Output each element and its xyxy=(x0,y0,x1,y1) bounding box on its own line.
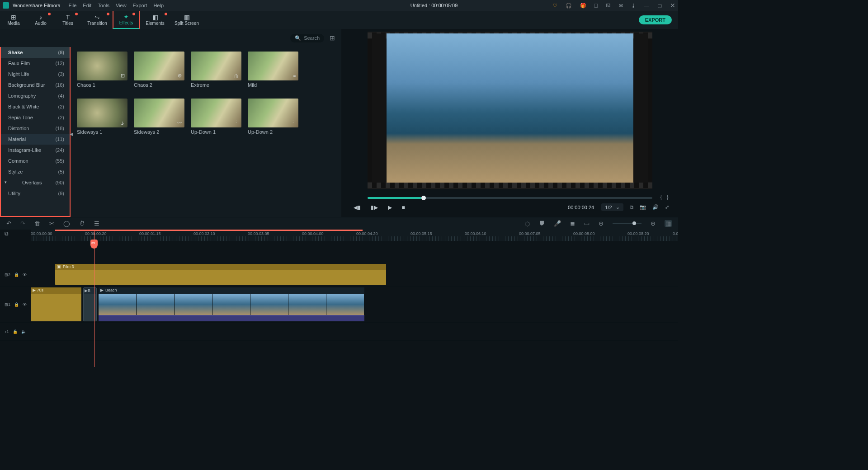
zoom-in-button[interactable]: ⊕ xyxy=(651,220,656,227)
delete-button[interactable]: 🗑 xyxy=(34,220,40,227)
tab-elements[interactable]: ◧Elements xyxy=(139,11,171,29)
effect-clip[interactable]: ▣Film 3 xyxy=(55,264,386,285)
category-item[interactable]: Lomography(4) xyxy=(1,90,70,101)
category-item[interactable]: Night Life(3) xyxy=(1,69,70,80)
video-clip-70s[interactable]: ▶ 70s xyxy=(31,287,81,321)
preview-progress[interactable]: { } xyxy=(368,197,652,199)
next-frame-button[interactable]: ▮▶ xyxy=(371,204,378,211)
visibility-icon[interactable]: 👁 xyxy=(23,302,27,307)
menu-file[interactable]: File xyxy=(69,3,77,8)
effect-thumb[interactable]: ⫛Extreme xyxy=(191,52,241,93)
prev-frame-button[interactable]: ◀▮ xyxy=(354,204,361,211)
effect-thumb[interactable]: ⊡Chaos 1 xyxy=(77,52,127,93)
mute-icon[interactable]: 🔈 xyxy=(21,329,26,334)
category-item[interactable]: Black & White(2) xyxy=(1,101,70,112)
lock-icon[interactable]: 🔒 xyxy=(14,273,19,277)
tab-audio[interactable]: ♪Audio xyxy=(27,11,54,29)
adjust-button[interactable]: ☰ xyxy=(94,220,99,227)
snap-toggle[interactable]: ⧉ xyxy=(5,230,9,237)
progress-knob[interactable] xyxy=(421,196,426,200)
crop-button[interactable]: ◯ xyxy=(63,220,70,227)
playhead-scissors-icon[interactable] xyxy=(90,240,98,249)
account-icon[interactable]: ⎕ xyxy=(594,3,598,8)
mixer-button[interactable]: ≣ xyxy=(570,220,575,227)
snapshot-icon[interactable]: 📷 xyxy=(640,204,646,210)
volume-icon[interactable]: 🔊 xyxy=(652,204,659,210)
ruler-tick: 00:00:08:20 xyxy=(627,231,649,236)
category-item[interactable]: Distortion(18) xyxy=(1,123,70,134)
visibility-icon[interactable]: 👁 xyxy=(23,273,27,277)
speed-button[interactable]: ⏱ xyxy=(79,220,85,227)
menu-view[interactable]: View xyxy=(116,3,127,8)
maximize-icon[interactable]: ▢ xyxy=(657,3,662,9)
preview-viewport[interactable] xyxy=(368,32,652,189)
category-item[interactable]: Common(55) xyxy=(1,155,70,166)
pip-icon[interactable]: ⧉ xyxy=(630,204,633,210)
effect-thumb[interactable]: ⋮Up-Down 2 xyxy=(248,99,298,140)
category-item[interactable]: Utility(9) xyxy=(1,188,70,199)
category-item[interactable]: Faux Film(12) xyxy=(1,58,70,69)
play-button[interactable]: ▶ xyxy=(388,204,392,211)
menu-edit[interactable]: Edit xyxy=(83,3,91,8)
redo-button[interactable]: ↷ xyxy=(20,220,25,227)
effect-name: Chaos 1 xyxy=(77,82,127,88)
gift-icon[interactable]: 🎁 xyxy=(580,3,586,9)
aspect-button[interactable]: ▭ xyxy=(584,220,590,227)
stop-button[interactable]: ■ xyxy=(402,204,405,211)
search-icon: 🔍 xyxy=(295,35,301,41)
notifications-icon[interactable]: ✉ xyxy=(619,3,623,9)
tab-titles[interactable]: TTitles xyxy=(54,11,81,29)
split-button[interactable]: ✂ xyxy=(49,220,54,227)
lock-icon[interactable]: 🔒 xyxy=(13,329,18,334)
voiceover-button[interactable]: 🎤 xyxy=(554,220,561,227)
category-item[interactable]: Overlays(90) xyxy=(1,177,70,188)
save-icon[interactable]: 🖫 xyxy=(606,3,611,8)
ruler-tick: 00:00:02:10 xyxy=(193,231,215,236)
timeline-ruler[interactable]: 00:00:00:0000:00:00:2000:00:01:1500:00:0… xyxy=(31,230,678,241)
video-clip-gap[interactable]: ▶B xyxy=(83,287,97,321)
search-input[interactable]: 🔍Search xyxy=(290,34,324,42)
effect-thumb[interactable]: ⫝Sideways 1 xyxy=(77,99,127,140)
view-grid-icon[interactable]: ⊞ xyxy=(330,34,335,42)
undo-button[interactable]: ↶ xyxy=(6,220,11,227)
menu-help[interactable]: Help xyxy=(153,3,164,8)
mark-out-icon[interactable]: } xyxy=(666,193,668,200)
effect-preview: ⋮ xyxy=(248,99,298,127)
category-item[interactable]: Material(11) xyxy=(1,134,70,145)
menu-export[interactable]: Export xyxy=(133,3,147,8)
fullscreen-icon[interactable]: ⤢ xyxy=(665,204,669,210)
zoom-fit-button[interactable]: ▥ xyxy=(665,220,672,227)
support-icon[interactable]: 🎧 xyxy=(566,3,572,9)
download-icon[interactable]: ⭳ xyxy=(631,3,636,8)
effect-thumb[interactable]: ≈Mild xyxy=(248,52,298,93)
tab-transition[interactable]: ⇋Transition xyxy=(81,11,113,29)
video-clip-beach[interactable]: ▶Beach xyxy=(99,287,364,321)
lock-icon[interactable]: 🔒 xyxy=(14,302,19,307)
tab-media[interactable]: ⊞Media xyxy=(0,11,27,29)
category-item[interactable]: Stylize(5) xyxy=(1,166,70,177)
marker-button[interactable]: ⛊ xyxy=(539,220,545,227)
tab-effects[interactable]: ✦Effects xyxy=(113,11,140,29)
export-button[interactable]: EXPORT xyxy=(639,15,672,24)
work-area-bar[interactable] xyxy=(55,230,363,231)
minimize-icon[interactable]: — xyxy=(644,3,649,8)
collapse-sidebar-icon[interactable]: ◀ xyxy=(70,132,73,136)
preview-quality-select[interactable]: 1/2⌄ xyxy=(601,203,623,211)
zoom-out-button[interactable]: ⊖ xyxy=(599,220,604,227)
effect-thumb[interactable]: ⊚Chaos 2 xyxy=(134,52,184,93)
category-item[interactable]: Shake(8) xyxy=(1,47,70,58)
mark-in-icon[interactable]: { xyxy=(660,193,662,200)
preview-duration: 00:00:00:24 xyxy=(568,205,594,210)
tab-splitscreen[interactable]: ▥Split Screen xyxy=(171,11,203,29)
zoom-slider[interactable] xyxy=(613,223,642,224)
category-item[interactable]: Instagram-Like(24) xyxy=(1,145,70,155)
effect-thumb[interactable]: ⋮Up-Down 1 xyxy=(191,99,241,140)
close-icon[interactable]: ✕ xyxy=(670,2,675,9)
effect-thumb[interactable]: 〰Sideways 2 xyxy=(134,99,184,140)
category-item[interactable]: Background Blur(16) xyxy=(1,80,70,90)
menu-tools[interactable]: Tools xyxy=(98,3,109,8)
tips-icon[interactable]: ♡ xyxy=(553,3,557,9)
playhead[interactable] xyxy=(94,230,94,367)
category-item[interactable]: Sepia Tone(2) xyxy=(1,112,70,123)
render-button[interactable]: ◌ xyxy=(525,220,530,227)
